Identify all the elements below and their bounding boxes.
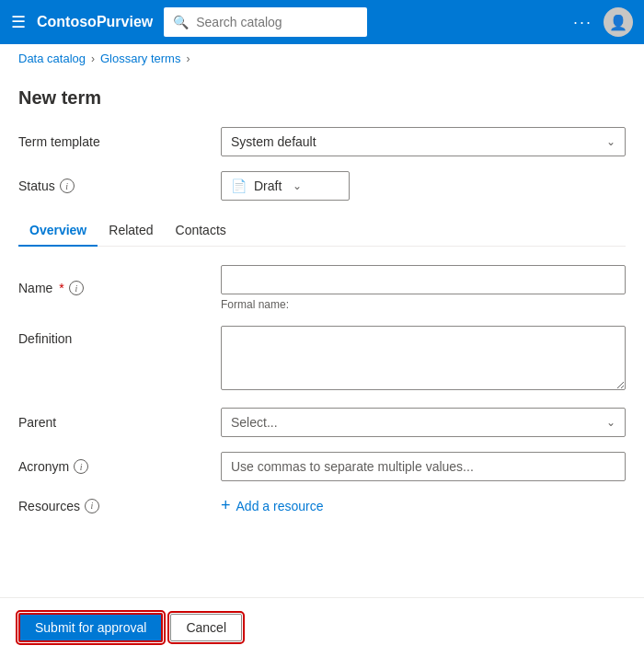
search-input[interactable]	[196, 15, 357, 29]
definition-textarea[interactable]	[221, 326, 626, 390]
parent-placeholder: Select...	[231, 415, 278, 430]
status-label: Status i	[18, 179, 221, 193]
name-input[interactable]	[221, 265, 626, 294]
formal-name-label: Formal name:	[221, 298, 626, 311]
status-value: Draft	[254, 179, 282, 193]
term-template-label: Term template	[18, 134, 221, 149]
definition-control	[221, 326, 626, 393]
status-doc-icon: 📄	[231, 179, 247, 193]
nav-brand: ContosoPurview	[37, 14, 153, 30]
term-template-value: System default	[231, 134, 316, 149]
cancel-button[interactable]: Cancel	[170, 614, 242, 641]
status-dropdown[interactable]: 📄 Draft ⌄	[221, 171, 350, 201]
term-template-row: Term template System default ⌄	[18, 127, 626, 156]
status-info-icon[interactable]: i	[60, 179, 75, 193]
breadcrumb: Data catalog › Glossary terms ›	[0, 44, 644, 73]
name-info-icon[interactable]: i	[69, 281, 84, 295]
tab-contacts[interactable]: Contacts	[165, 215, 237, 247]
tab-related[interactable]: Related	[98, 215, 164, 247]
bottom-actions: Submit for approval Cancel	[0, 597, 644, 657]
search-bar: 🔍	[164, 7, 366, 37]
name-label: Name * i	[18, 281, 221, 295]
breadcrumb-separator-2: ›	[186, 52, 190, 65]
acronym-input[interactable]	[221, 452, 626, 481]
acronym-control	[221, 452, 626, 481]
submit-button[interactable]: Submit for approval	[18, 613, 163, 642]
parent-arrow-icon: ⌄	[606, 416, 615, 429]
parent-dropdown[interactable]: Select... ⌄	[221, 408, 626, 437]
name-control: Formal name:	[221, 265, 626, 311]
hamburger-menu[interactable]: ☰	[11, 12, 26, 32]
resources-row: Resources i + Add a resource	[18, 496, 626, 515]
breadcrumb-glossary-terms[interactable]: Glossary terms	[100, 52, 180, 65]
top-nav: ☰ ContosoPurview 🔍 ··· 👤	[0, 0, 644, 44]
add-resource-plus-icon: +	[221, 496, 231, 515]
term-template-control: System default ⌄	[221, 127, 626, 156]
status-row: Status i 📄 Draft ⌄	[18, 171, 626, 201]
parent-row: Parent Select... ⌄	[18, 408, 626, 437]
page-title: New term	[18, 87, 626, 109]
add-resource-label: Add a resource	[236, 499, 324, 513]
definition-label: Definition	[18, 326, 221, 346]
status-control: 📄 Draft ⌄	[221, 171, 626, 201]
resources-info-icon[interactable]: i	[85, 499, 99, 513]
tab-bar: Overview Related Contacts	[18, 215, 626, 247]
term-template-arrow-icon: ⌄	[606, 135, 615, 148]
add-resource-button[interactable]: + Add a resource	[221, 496, 323, 515]
more-options-button[interactable]: ···	[573, 13, 592, 32]
user-avatar[interactable]: 👤	[604, 7, 633, 37]
hamburger-icon: ☰	[11, 12, 26, 32]
parent-label: Parent	[18, 415, 221, 430]
acronym-info-icon[interactable]: i	[74, 459, 88, 474]
definition-row: Definition	[18, 326, 626, 393]
term-template-dropdown[interactable]: System default ⌄	[221, 127, 626, 156]
acronym-row: Acronym i	[18, 452, 626, 481]
resources-label: Resources i	[18, 499, 221, 513]
parent-control: Select... ⌄	[221, 408, 626, 437]
breadcrumb-separator-1: ›	[91, 52, 95, 65]
breadcrumb-data-catalog[interactable]: Data catalog	[18, 52, 86, 65]
acronym-label: Acronym i	[18, 459, 221, 474]
name-row: Name * i Formal name:	[18, 265, 626, 311]
search-icon: 🔍	[173, 15, 189, 29]
status-arrow-icon: ⌄	[293, 179, 302, 192]
name-required: *	[59, 281, 63, 295]
resources-control: + Add a resource	[221, 496, 626, 515]
page-content: New term Term template System default ⌄ …	[0, 73, 644, 545]
tab-overview[interactable]: Overview	[18, 215, 98, 247]
